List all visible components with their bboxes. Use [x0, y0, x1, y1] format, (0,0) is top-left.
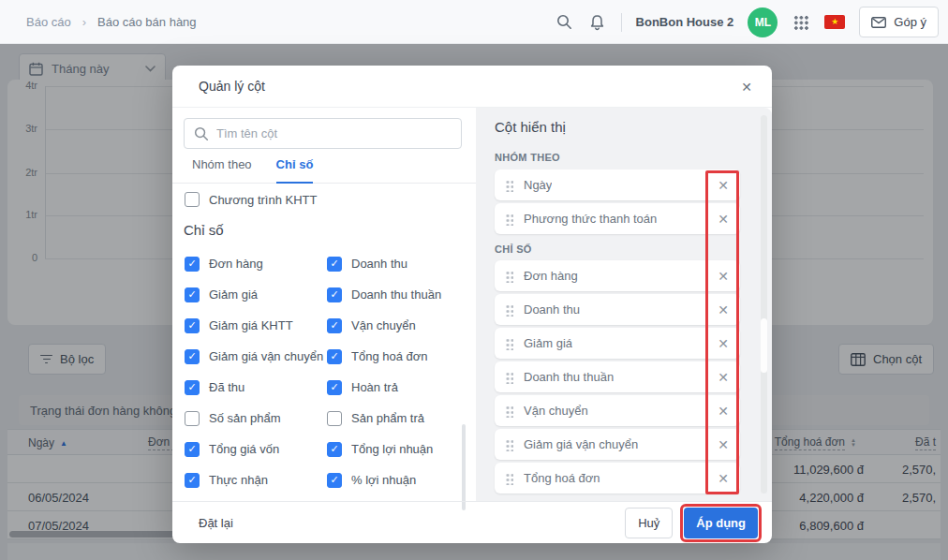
visible-column-card[interactable]: Giảm giá vận chuyển✕ — [495, 429, 740, 460]
checkbox[interactable] — [185, 442, 200, 457]
checkbox-item[interactable]: Giảm giá — [185, 287, 327, 302]
checkbox[interactable] — [185, 411, 200, 426]
checkbox-item[interactable]: Giảm giá KHTT — [185, 318, 327, 333]
visible-columns-title: Cột hiển thị — [495, 119, 566, 135]
checkbox-item[interactable]: Giảm giá vận chuyển — [185, 349, 327, 364]
checkbox-label: Sản phẩm trả — [351, 411, 424, 425]
drag-handle-icon[interactable] — [505, 303, 513, 317]
apply-button[interactable]: Áp dụng — [684, 508, 758, 538]
footer-buttons: Huỷ Áp dụng — [625, 504, 762, 542]
checkbox-item[interactable]: Vận chuyển — [327, 318, 466, 333]
feedback-label: Góp ý — [894, 15, 926, 29]
checkbox-item[interactable]: Chương trình KHTT — [185, 192, 317, 207]
right-panel-scrollbar-track[interactable] — [761, 115, 767, 494]
visible-column-card[interactable]: Ngày✕ — [495, 169, 740, 200]
remove-column-icon[interactable]: ✕ — [715, 403, 732, 420]
apps-grid-icon[interactable] — [792, 13, 810, 32]
column-search-input[interactable] — [216, 120, 455, 147]
checkbox-item[interactable]: Doanh thu — [327, 257, 466, 272]
visible-column-label: Ngày — [524, 178, 552, 192]
checkbox-item[interactable]: % lợi nhuận — [327, 473, 466, 488]
drag-handle-icon[interactable] — [505, 472, 513, 485]
visible-column-card[interactable]: Tổng hoá đơn✕ — [495, 463, 740, 494]
visible-column-card[interactable]: Vận chuyển✕ — [495, 395, 740, 426]
checkbox[interactable] — [327, 411, 342, 426]
user-avatar[interactable]: ML — [748, 7, 778, 37]
language-flag-vietnam-icon[interactable]: ★ — [824, 15, 845, 29]
drag-handle-icon[interactable] — [505, 438, 513, 451]
visible-column-card[interactable]: Giảm giá✕ — [495, 328, 740, 359]
group-label: CHỈ SỐ — [495, 243, 532, 255]
checkbox-label: Doanh thu — [351, 257, 407, 271]
remove-column-icon[interactable]: ✕ — [715, 470, 732, 487]
checkbox-label: % lợi nhuận — [351, 473, 416, 487]
tab-group-by[interactable]: Nhóm theo — [192, 157, 252, 184]
checkbox[interactable] — [185, 318, 200, 333]
checkbox-item[interactable]: Sản phẩm trả — [327, 411, 466, 426]
remove-column-icon[interactable]: ✕ — [715, 268, 732, 285]
checkbox[interactable] — [327, 473, 342, 488]
visible-column-label: Doanh thu — [524, 302, 580, 317]
checkbox[interactable] — [327, 287, 342, 302]
checkbox-item[interactable]: Tổng lợi nhuận — [327, 442, 466, 457]
cancel-button[interactable]: Huỷ — [625, 508, 673, 538]
checkbox[interactable] — [185, 380, 200, 395]
drag-handle-icon[interactable] — [505, 270, 513, 283]
tab-metrics[interactable]: Chỉ số — [276, 157, 314, 184]
checkbox[interactable] — [185, 257, 200, 272]
annotation-highlight-box: Áp dụng — [680, 504, 762, 542]
right-panel-scrollbar-thumb[interactable] — [761, 318, 767, 373]
checkbox-label: Giảm giá vận chuyển — [209, 349, 323, 363]
drag-handle-icon[interactable] — [505, 337, 513, 350]
checkbox[interactable] — [327, 349, 342, 364]
remove-column-icon[interactable]: ✕ — [715, 369, 732, 386]
checkbox[interactable] — [327, 380, 342, 395]
search-icon[interactable] — [555, 13, 574, 32]
close-icon[interactable]: ✕ — [736, 77, 757, 97]
checkbox-label: Tổng hoá đơn — [351, 349, 428, 363]
remove-column-icon[interactable]: ✕ — [715, 335, 732, 352]
checkbox[interactable] — [185, 287, 200, 302]
checkbox-label: Giảm giá KHTT — [209, 318, 293, 332]
visible-column-card[interactable]: Phương thức thanh toán✕ — [495, 203, 740, 234]
remove-column-icon[interactable]: ✕ — [715, 211, 732, 228]
drag-handle-icon[interactable] — [505, 179, 513, 192]
remove-column-icon[interactable]: ✕ — [715, 177, 732, 194]
account-name[interactable]: BonBon House 2 — [636, 15, 734, 29]
drag-handle-icon[interactable] — [505, 371, 513, 384]
checkbox[interactable] — [327, 442, 342, 457]
drag-handle-icon[interactable] — [505, 213, 513, 226]
checkbox-item[interactable]: Tổng giá vốn — [185, 442, 327, 457]
visible-column-card[interactable]: Doanh thu thuần✕ — [495, 361, 740, 392]
checkbox-item[interactable]: Doanh thu thuần — [327, 287, 466, 302]
checkbox-item[interactable]: Thực nhận — [185, 473, 327, 488]
notification-bell-icon[interactable] — [588, 13, 607, 32]
checkbox[interactable] — [327, 257, 342, 272]
checkbox-label: Thực nhận — [209, 473, 268, 487]
visible-column-label: Tổng hoá đơn — [524, 471, 600, 485]
remove-column-icon[interactable]: ✕ — [715, 302, 732, 318]
reset-button[interactable]: Đặt lại — [199, 516, 233, 530]
envelope-icon — [871, 17, 886, 28]
checkbox-item[interactable]: Đơn hàng — [185, 257, 327, 272]
divider — [621, 13, 622, 32]
checkbox-label: Tổng giá vốn — [209, 442, 279, 456]
drag-handle-icon[interactable] — [505, 405, 513, 418]
checkbox-item[interactable]: Đã thu — [185, 380, 327, 395]
checkbox-item[interactable]: Tổng hoá đơn — [327, 349, 466, 364]
feedback-button[interactable]: Góp ý — [859, 7, 939, 37]
left-panel-scrollbar[interactable] — [462, 424, 466, 510]
checkbox-item[interactable]: Hoàn trả — [327, 380, 466, 395]
checkbox[interactable] — [185, 192, 200, 207]
checkbox-label: Vận chuyển — [351, 318, 416, 332]
checkbox[interactable] — [185, 349, 200, 364]
checkbox[interactable] — [327, 318, 342, 333]
visible-column-card[interactable]: Đơn hàng✕ — [495, 260, 740, 291]
checkbox-label: Tổng lợi nhuận — [351, 442, 433, 456]
remove-column-icon[interactable]: ✕ — [715, 436, 732, 453]
breadcrumb-root[interactable]: Báo cáo — [26, 15, 71, 29]
checkbox[interactable] — [185, 473, 200, 488]
visible-column-card[interactable]: Doanh thu✕ — [495, 294, 740, 325]
checkbox-label: Doanh thu thuần — [351, 287, 441, 302]
checkbox-item[interactable]: Số sản phẩm — [185, 411, 327, 426]
